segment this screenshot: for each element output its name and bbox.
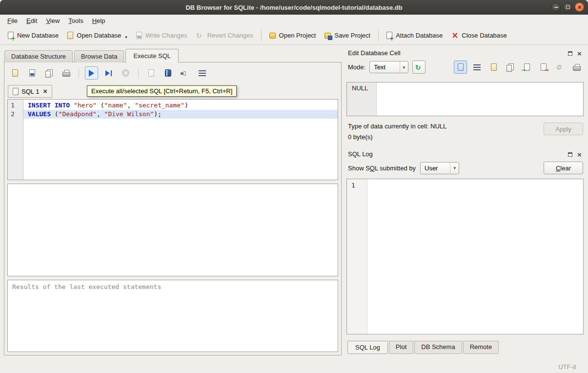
sql-log-title: SQL Log xyxy=(348,150,373,158)
mode-combobox[interactable]: Text ▾ xyxy=(369,61,408,73)
save-project-label: Save Project xyxy=(334,32,370,39)
dock-tab-remote[interactable]: Remote xyxy=(463,341,499,354)
save-sql-file-button[interactable] xyxy=(25,66,39,80)
log-text-area xyxy=(367,179,583,334)
export-data-button[interactable] xyxy=(537,61,550,74)
open-project-button[interactable]: Open Project xyxy=(265,29,321,42)
execute-sql-tooltip: Execute all/selected SQL [Ctrl+Return, F… xyxy=(87,85,237,97)
tab-browse-data[interactable]: Browse Data xyxy=(74,50,124,62)
print-cell-icon xyxy=(573,66,581,71)
cell-mode-row: Mode: Text ▾ xyxy=(346,60,584,74)
line-number: 1 xyxy=(11,101,23,110)
open-data-button[interactable] xyxy=(487,61,500,74)
write-changes-icon xyxy=(136,32,142,39)
clear-log-button[interactable]: Clear xyxy=(544,162,583,174)
log-dock-float-icon[interactable] xyxy=(568,150,572,158)
word-wrap-button[interactable] xyxy=(470,61,484,74)
attach-database-button[interactable]: Attach Database xyxy=(382,29,447,42)
tab-execute-sql[interactable]: Execute SQL xyxy=(125,49,179,62)
maximize-button[interactable] xyxy=(563,2,572,12)
encoding-indicator[interactable]: UTF-8 xyxy=(558,363,576,371)
log-filter-combobox[interactable]: User ▾ xyxy=(420,162,459,174)
sql-tab-close-icon[interactable]: × xyxy=(43,88,47,94)
cell-toolbar xyxy=(454,61,583,74)
mode-value: Text xyxy=(374,63,385,71)
dock-close-icon[interactable] xyxy=(577,49,582,57)
tab-database-structure[interactable]: Database Structure xyxy=(4,50,73,62)
code-line-1: INSERT INTO "hero" ("name", "secret_name… xyxy=(23,101,338,110)
menu-help[interactable]: Help xyxy=(88,16,110,26)
apply-format-button[interactable] xyxy=(412,61,426,74)
cell-info-row: Type of data currently in cell: NULL 0 b… xyxy=(346,116,584,144)
close-database-label: Close Database xyxy=(462,32,507,39)
mode-label: Mode: xyxy=(348,63,365,71)
text-mode-button[interactable] xyxy=(454,61,467,74)
stop-button xyxy=(119,66,132,80)
open-sql-file-button[interactable] xyxy=(8,66,21,80)
close-database-icon xyxy=(451,32,458,39)
save-sql-as-button[interactable] xyxy=(42,66,56,80)
close-database-button[interactable]: Close Database xyxy=(447,29,511,42)
sql-tab-doc-icon xyxy=(13,88,19,95)
print-button[interactable] xyxy=(60,66,73,80)
format-lines-button[interactable] xyxy=(196,66,209,80)
menu-edit[interactable]: Edit xyxy=(22,16,41,26)
close-glyph xyxy=(577,51,582,56)
float-glyph xyxy=(568,152,572,157)
execute-all-icon xyxy=(89,70,94,77)
log-dock-close-icon[interactable] xyxy=(577,150,582,158)
open-sql-file-icon xyxy=(12,69,18,77)
open-database-button[interactable]: Open Database▾ xyxy=(63,29,132,42)
dock-tab-plot[interactable]: Plot xyxy=(389,341,413,354)
execute-all-button[interactable] xyxy=(85,66,98,80)
status-bar: UTF-8 xyxy=(0,360,588,373)
menu-view[interactable]: View xyxy=(41,16,64,26)
messages-pane: Results of the last executed statements xyxy=(7,280,338,352)
text-mode-icon xyxy=(458,63,464,71)
minimize-button[interactable] xyxy=(551,2,561,12)
cell-text-area xyxy=(377,83,583,116)
sql-code-editor[interactable]: 12 INSERT INTO "hero" ("name", "secret_n… xyxy=(7,99,338,180)
app-window: DB Browser for SQLite - /home/user/code/… xyxy=(0,0,588,373)
browse-docs-icon xyxy=(165,69,171,77)
cell-size-info: 0 byte(s) xyxy=(348,133,446,141)
execute-sql-panel: SQL 1 × Execute all/selected SQL [Ctrl+R… xyxy=(4,62,342,355)
import-data-button[interactable] xyxy=(520,61,533,74)
dock-float-icon[interactable] xyxy=(568,49,572,57)
dock-tab-sql-log[interactable]: SQL Log xyxy=(347,341,388,354)
open-database-label: Open Database xyxy=(77,32,121,39)
dock-tab-db-schema[interactable]: DB Schema xyxy=(414,341,462,354)
sql-log-dock-header: SQL Log xyxy=(346,147,584,161)
apply-format-icon xyxy=(415,63,423,71)
save-data-button[interactable] xyxy=(504,61,517,74)
browse-docs-button[interactable] xyxy=(162,66,175,80)
save-data-icon xyxy=(507,63,514,71)
open-project-icon xyxy=(269,33,276,39)
sql-tab[interactable]: SQL 1 × xyxy=(8,85,52,98)
menu-tools[interactable]: Tools xyxy=(64,16,87,26)
new-database-button[interactable]: New Database xyxy=(3,29,63,42)
minimize-icon xyxy=(554,7,558,8)
save-project-icon xyxy=(324,33,331,39)
set-null-icon xyxy=(557,64,564,71)
menu-file[interactable]: File xyxy=(3,16,22,26)
execute-current-line-button[interactable] xyxy=(102,66,115,80)
set-null-button[interactable] xyxy=(553,61,567,74)
log-line-number-gutter: 1 xyxy=(347,179,367,334)
print-cell-button[interactable] xyxy=(570,61,583,74)
right-panel: Edit Database Cell Mode: Text ▾ NULL xyxy=(343,45,588,360)
save-project-button[interactable]: Save Project xyxy=(320,29,375,42)
log-filter-row: Show SQL submitted by User ▾ Clear xyxy=(346,161,584,174)
cell-value-editor[interactable]: NULL xyxy=(346,82,584,116)
save-sql-file-icon xyxy=(29,69,35,77)
new-database-icon xyxy=(8,32,14,39)
main-toolbar: New DatabaseOpen Database▾Write ChangesR… xyxy=(0,26,588,45)
find-replace-button[interactable] xyxy=(179,66,192,80)
log-filter-label: Show SQL submitted by xyxy=(348,165,416,172)
log-filter-value: User xyxy=(425,165,438,172)
close-window-button[interactable]: × xyxy=(575,2,584,12)
cell-type-info: Type of data currently in cell: NULL xyxy=(348,123,446,130)
open-database-dropdown-icon[interactable]: ▾ xyxy=(125,32,127,40)
stop-icon xyxy=(122,69,129,77)
edit-cell-title: Edit Database Cell xyxy=(348,49,401,57)
